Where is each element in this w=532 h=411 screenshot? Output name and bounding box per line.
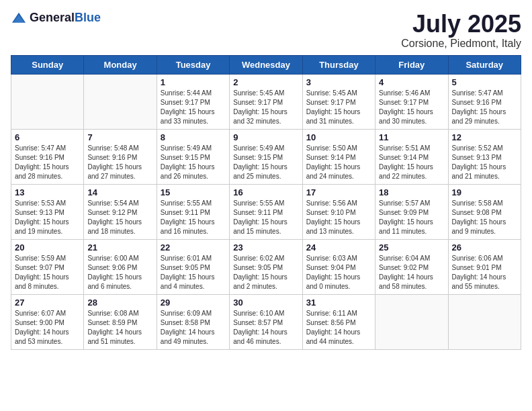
day-number: 22: [161, 242, 226, 253]
day-info: Sunrise: 6:07 AM Sunset: 9:00 PM Dayligh…: [15, 309, 80, 347]
day-of-week-header: Friday: [375, 55, 448, 74]
calendar-header-row: SundayMondayTuesdayWednesdayThursdayFrid…: [11, 55, 521, 74]
day-number: 19: [452, 187, 517, 197]
day-number: 11: [379, 132, 444, 142]
day-number: 26: [452, 242, 517, 253]
calendar-day-cell: 9Sunrise: 5:49 AM Sunset: 9:15 PM Daylig…: [230, 129, 302, 184]
day-info: Sunrise: 6:11 AM Sunset: 8:56 PM Dayligh…: [306, 309, 371, 347]
day-number: 23: [233, 242, 298, 253]
calendar-day-cell: 5Sunrise: 5:47 AM Sunset: 9:16 PM Daylig…: [448, 74, 521, 129]
day-info: Sunrise: 6:10 AM Sunset: 8:57 PM Dayligh…: [233, 309, 298, 347]
calendar-day-cell: 25Sunrise: 6:04 AM Sunset: 9:02 PM Dayli…: [375, 239, 448, 294]
day-info: Sunrise: 5:55 AM Sunset: 9:11 PM Dayligh…: [233, 199, 298, 236]
day-number: 10: [306, 132, 371, 142]
month-year-title: July 2025: [401, 11, 521, 38]
calendar-day-cell: 14Sunrise: 5:54 AM Sunset: 9:12 PM Dayli…: [84, 184, 157, 239]
calendar-day-cell: 8Sunrise: 5:49 AM Sunset: 9:15 PM Daylig…: [157, 129, 229, 184]
calendar-day-cell: [11, 74, 84, 129]
day-info: Sunrise: 6:01 AM Sunset: 9:05 PM Dayligh…: [161, 254, 226, 291]
day-info: Sunrise: 5:57 AM Sunset: 9:09 PM Dayligh…: [379, 199, 444, 236]
day-info: Sunrise: 6:02 AM Sunset: 9:05 PM Dayligh…: [233, 254, 298, 291]
day-number: 1: [161, 77, 226, 87]
calendar-day-cell: 6Sunrise: 5:47 AM Sunset: 9:16 PM Daylig…: [11, 129, 84, 184]
calendar-day-cell: 27Sunrise: 6:07 AM Sunset: 9:00 PM Dayli…: [11, 294, 84, 349]
location-subtitle: Corsione, Piedmont, Italy: [401, 38, 521, 50]
day-number: 28: [87, 298, 152, 308]
calendar-day-cell: 21Sunrise: 6:00 AM Sunset: 9:06 PM Dayli…: [84, 239, 157, 294]
calendar-day-cell: 28Sunrise: 6:08 AM Sunset: 8:59 PM Dayli…: [84, 294, 157, 349]
day-number: 2: [233, 77, 298, 87]
day-of-week-header: Sunday: [11, 55, 84, 74]
calendar-day-cell: 19Sunrise: 5:58 AM Sunset: 9:08 PM Dayli…: [448, 184, 521, 239]
day-number: 27: [15, 298, 80, 308]
day-info: Sunrise: 6:00 AM Sunset: 9:06 PM Dayligh…: [87, 254, 152, 291]
calendar-week-row: 13Sunrise: 5:53 AM Sunset: 9:13 PM Dayli…: [11, 184, 521, 239]
page-header: GeneralBlue July 2025 Corsione, Piedmont…: [11, 11, 521, 50]
day-number: 17: [306, 187, 371, 197]
day-info: Sunrise: 5:58 AM Sunset: 9:08 PM Dayligh…: [452, 199, 517, 236]
day-number: 15: [161, 187, 226, 197]
calendar-day-cell: 10Sunrise: 5:50 AM Sunset: 9:14 PM Dayli…: [302, 129, 375, 184]
day-number: 4: [379, 77, 444, 87]
title-block: July 2025 Corsione, Piedmont, Italy: [401, 11, 521, 50]
calendar-week-row: 6Sunrise: 5:47 AM Sunset: 9:16 PM Daylig…: [11, 129, 521, 184]
calendar-day-cell: 3Sunrise: 5:45 AM Sunset: 9:17 PM Daylig…: [302, 74, 375, 129]
calendar-day-cell: 29Sunrise: 6:09 AM Sunset: 8:58 PM Dayli…: [157, 294, 229, 349]
day-info: Sunrise: 5:49 AM Sunset: 9:15 PM Dayligh…: [233, 144, 298, 181]
day-number: 7: [87, 132, 152, 142]
calendar-day-cell: 26Sunrise: 6:06 AM Sunset: 9:01 PM Dayli…: [448, 239, 521, 294]
calendar-day-cell: 17Sunrise: 5:56 AM Sunset: 9:10 PM Dayli…: [302, 184, 375, 239]
calendar-day-cell: 13Sunrise: 5:53 AM Sunset: 9:13 PM Dayli…: [11, 184, 84, 239]
logo-text-general: General: [30, 11, 75, 24]
day-info: Sunrise: 5:53 AM Sunset: 9:13 PM Dayligh…: [15, 199, 80, 236]
day-info: Sunrise: 6:03 AM Sunset: 9:04 PM Dayligh…: [306, 254, 371, 291]
calendar-day-cell: 1Sunrise: 5:44 AM Sunset: 9:17 PM Daylig…: [157, 74, 229, 129]
day-number: 20: [15, 242, 80, 253]
day-info: Sunrise: 5:48 AM Sunset: 9:16 PM Dayligh…: [87, 144, 152, 181]
calendar-day-cell: 24Sunrise: 6:03 AM Sunset: 9:04 PM Dayli…: [302, 239, 375, 294]
day-info: Sunrise: 6:09 AM Sunset: 8:58 PM Dayligh…: [161, 309, 226, 347]
calendar-day-cell: 7Sunrise: 5:48 AM Sunset: 9:16 PM Daylig…: [84, 129, 157, 184]
calendar-day-cell: 18Sunrise: 5:57 AM Sunset: 9:09 PM Dayli…: [375, 184, 448, 239]
calendar-day-cell: 30Sunrise: 6:10 AM Sunset: 8:57 PM Dayli…: [230, 294, 302, 349]
day-of-week-header: Tuesday: [157, 55, 229, 74]
day-number: 16: [233, 187, 298, 197]
calendar-day-cell: 4Sunrise: 5:46 AM Sunset: 9:17 PM Daylig…: [375, 74, 448, 129]
day-of-week-header: Monday: [84, 55, 157, 74]
logo-icon: [11, 11, 27, 25]
day-info: Sunrise: 6:08 AM Sunset: 8:59 PM Dayligh…: [87, 309, 152, 347]
calendar-day-cell: [448, 294, 521, 349]
day-info: Sunrise: 5:56 AM Sunset: 9:10 PM Dayligh…: [306, 199, 371, 236]
day-number: 25: [379, 242, 444, 253]
calendar-day-cell: 22Sunrise: 6:01 AM Sunset: 9:05 PM Dayli…: [157, 239, 229, 294]
day-info: Sunrise: 5:59 AM Sunset: 9:07 PM Dayligh…: [15, 254, 80, 291]
day-info: Sunrise: 5:47 AM Sunset: 9:16 PM Dayligh…: [15, 144, 80, 181]
day-info: Sunrise: 5:47 AM Sunset: 9:16 PM Dayligh…: [452, 89, 517, 126]
day-info: Sunrise: 5:45 AM Sunset: 9:17 PM Dayligh…: [233, 89, 298, 126]
calendar-day-cell: 15Sunrise: 5:55 AM Sunset: 9:11 PM Dayli…: [157, 184, 229, 239]
calendar-day-cell: 20Sunrise: 5:59 AM Sunset: 9:07 PM Dayli…: [11, 239, 84, 294]
day-number: 5: [452, 77, 517, 87]
day-info: Sunrise: 6:06 AM Sunset: 9:01 PM Dayligh…: [452, 254, 517, 291]
day-number: 3: [306, 77, 371, 87]
day-info: Sunrise: 5:46 AM Sunset: 9:17 PM Dayligh…: [379, 89, 444, 126]
calendar-week-row: 1Sunrise: 5:44 AM Sunset: 9:17 PM Daylig…: [11, 74, 521, 129]
day-number: 9: [233, 132, 298, 142]
day-info: Sunrise: 5:45 AM Sunset: 9:17 PM Dayligh…: [306, 89, 371, 126]
day-number: 31: [306, 298, 371, 308]
calendar-day-cell: 11Sunrise: 5:51 AM Sunset: 9:14 PM Dayli…: [375, 129, 448, 184]
calendar-day-cell: [375, 294, 448, 349]
day-number: 30: [233, 298, 298, 308]
day-number: 12: [452, 132, 517, 142]
calendar-day-cell: 23Sunrise: 6:02 AM Sunset: 9:05 PM Dayli…: [230, 239, 302, 294]
calendar-week-row: 20Sunrise: 5:59 AM Sunset: 9:07 PM Dayli…: [11, 239, 521, 294]
day-info: Sunrise: 5:54 AM Sunset: 9:12 PM Dayligh…: [87, 199, 152, 236]
day-number: 14: [87, 187, 152, 197]
calendar-day-cell: 31Sunrise: 6:11 AM Sunset: 8:56 PM Dayli…: [302, 294, 375, 349]
day-of-week-header: Saturday: [448, 55, 521, 74]
day-info: Sunrise: 5:52 AM Sunset: 9:13 PM Dayligh…: [452, 144, 517, 181]
day-number: 29: [161, 298, 226, 308]
day-number: 24: [306, 242, 371, 253]
day-of-week-header: Wednesday: [230, 55, 302, 74]
day-number: 18: [379, 187, 444, 197]
